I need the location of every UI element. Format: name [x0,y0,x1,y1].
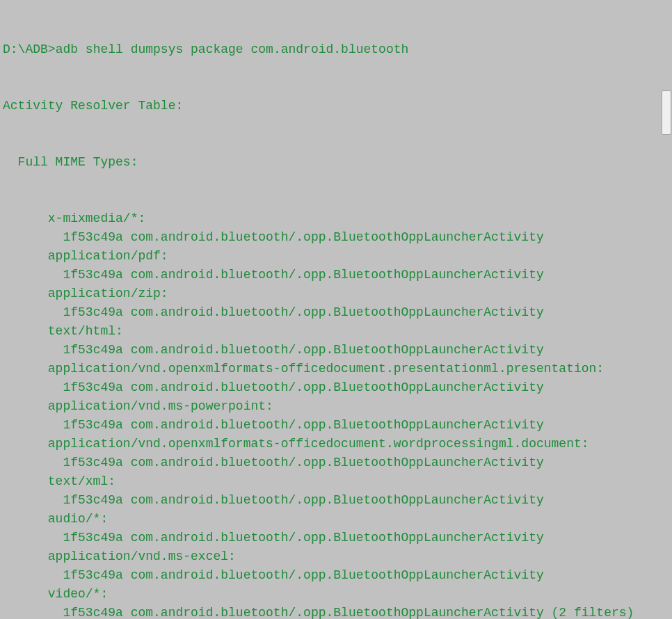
mime-type-line: application/vnd.openxmlformats-officedoc… [3,360,669,378]
scrollbar-thumb[interactable] [662,90,671,135]
resolver-line: 1f53c49a com.android.bluetooth/.opp.Blue… [3,266,669,284]
mime-type-line: text/xml: [3,472,669,491]
subsection-header: Full MIME Types: [3,153,669,172]
terminal-output: D:\ADB>adb shell dumpsys package com.and… [0,0,669,619]
command-text: adb shell dumpsys package com.android.bl… [56,42,409,56]
mime-type-line: audio/*: [3,510,669,529]
resolver-line: 1f53c49a com.android.bluetooth/.opp.Blue… [3,341,669,360]
resolver-line: 1f53c49a com.android.bluetooth/.opp.Blue… [3,303,669,322]
prompt: D:\ADB> [3,42,56,56]
mime-type-line: application/vnd.openxmlformats-officedoc… [3,435,669,453]
mime-type-line: application/vnd.ms-excel: [3,547,669,566]
mime-type-line: text/html: [3,322,669,341]
resolver-line: 1f53c49a com.android.bluetooth/.opp.Blue… [3,604,669,619]
resolver-line: 1f53c49a com.android.bluetooth/.opp.Blue… [3,378,669,397]
resolver-line: 1f53c49a com.android.bluetooth/.opp.Blue… [3,228,669,247]
scrollbar-track[interactable] [662,0,672,619]
resolver-line: 1f53c49a com.android.bluetooth/.opp.Blue… [3,566,669,585]
mime-type-line: application/zip: [3,284,669,303]
mime-type-line: application/pdf: [3,247,669,266]
section-header: Activity Resolver Table: [3,97,669,115]
resolver-line: 1f53c49a com.android.bluetooth/.opp.Blue… [3,453,669,472]
command-line: D:\ADB>adb shell dumpsys package com.and… [3,40,669,59]
mime-type-line: video/*: [3,585,669,604]
resolver-line: 1f53c49a com.android.bluetooth/.opp.Blue… [3,491,669,510]
mime-type-line: x-mixmedia/*: [3,209,669,228]
resolver-line: 1f53c49a com.android.bluetooth/.opp.Blue… [3,416,669,435]
mime-type-line: application/vnd.ms-powerpoint: [3,397,669,416]
resolver-line: 1f53c49a com.android.bluetooth/.opp.Blue… [3,529,669,547]
